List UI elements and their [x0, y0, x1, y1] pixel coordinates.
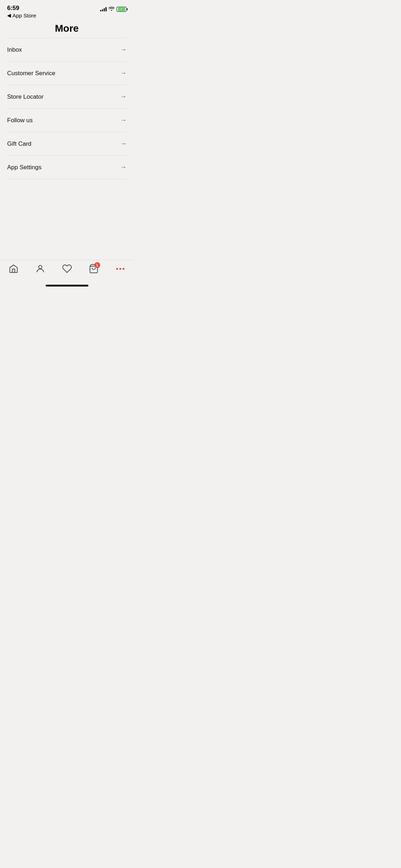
- svg-point-0: [38, 265, 42, 269]
- arrow-right-icon: →: [120, 46, 127, 53]
- status-right: ⚡: [100, 6, 127, 12]
- back-label: App Store: [12, 12, 36, 19]
- signal-bars-icon: [100, 7, 107, 11]
- tab-account[interactable]: [31, 264, 49, 274]
- menu-item-label-customer-service: Customer Service: [7, 70, 55, 77]
- status-left: 6:59 ◀ App Store: [7, 5, 36, 19]
- menu-item-app-settings[interactable]: App Settings →: [7, 156, 127, 179]
- wifi-icon: [109, 6, 114, 12]
- menu-list: Inbox → Customer Service → Store Locator…: [0, 38, 134, 179]
- menu-item-gift-card[interactable]: Gift Card →: [7, 132, 127, 156]
- battery-icon: ⚡: [117, 7, 127, 12]
- menu-item-label-inbox: Inbox: [7, 46, 22, 53]
- home-indicator: [46, 285, 88, 286]
- tab-more[interactable]: [112, 264, 129, 274]
- menu-item-label-store-locator: Store Locator: [7, 93, 43, 100]
- back-nav[interactable]: ◀ App Store: [7, 12, 36, 19]
- person-icon: [35, 264, 45, 274]
- menu-item-label-gift-card: Gift Card: [7, 140, 31, 148]
- arrow-right-icon: →: [120, 93, 127, 100]
- back-chevron-icon: ◀: [7, 12, 11, 18]
- home-icon: [9, 264, 19, 274]
- page-title: More: [0, 23, 134, 34]
- heart-icon: [62, 264, 72, 274]
- status-time: 6:59: [7, 5, 36, 12]
- more-icon: [116, 264, 124, 274]
- arrow-right-icon: →: [120, 69, 127, 77]
- menu-item-label-app-settings: App Settings: [7, 164, 41, 171]
- tab-home[interactable]: [5, 264, 22, 274]
- menu-item-customer-service[interactable]: Customer Service →: [7, 62, 127, 85]
- tab-wishlist[interactable]: [58, 264, 76, 274]
- menu-item-follow-us[interactable]: Follow us →: [7, 109, 127, 132]
- status-bar: 6:59 ◀ App Store ⚡: [0, 0, 134, 16]
- menu-item-store-locator[interactable]: Store Locator →: [7, 85, 127, 109]
- menu-item-inbox[interactable]: Inbox →: [7, 38, 127, 62]
- arrow-right-icon: →: [120, 117, 127, 124]
- bag-badge: 1: [94, 262, 100, 268]
- arrow-right-icon: →: [120, 140, 127, 148]
- menu-item-label-follow-us: Follow us: [7, 117, 33, 124]
- tab-bag[interactable]: 1: [85, 264, 103, 274]
- arrow-right-icon: →: [120, 164, 127, 171]
